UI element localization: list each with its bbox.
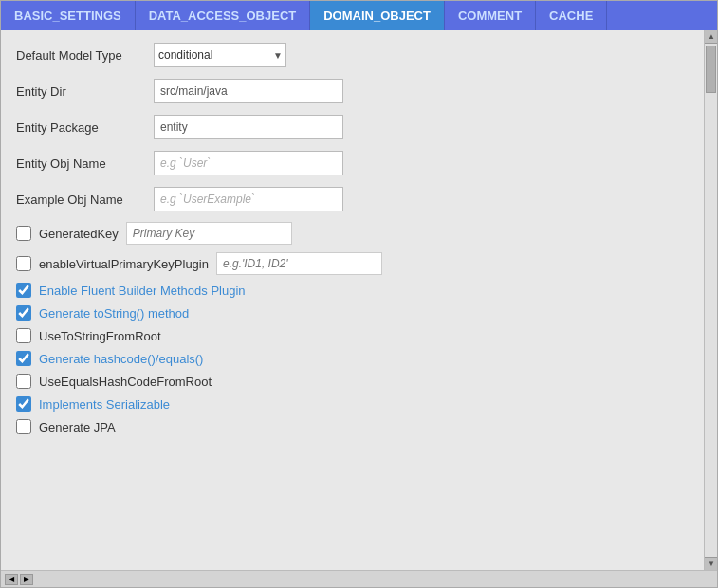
use-equals-hashcode-label[interactable]: UseEqualsHashCodeFromRoot (39, 375, 212, 389)
virtual-primary-key-checkbox[interactable] (16, 256, 31, 271)
fluent-builder-label[interactable]: Enable Fluent Builder Methods Plugin (39, 284, 246, 298)
entity-obj-name-input[interactable] (154, 151, 343, 175)
generate-jpa-checkbox[interactable] (16, 419, 31, 434)
entity-package-input[interactable] (154, 115, 343, 139)
virtual-primary-key-label[interactable]: enableVirtualPrimaryKeyPlugin (39, 257, 209, 271)
generated-key-checkbox[interactable] (16, 226, 31, 241)
example-obj-name-input[interactable] (154, 187, 343, 211)
scroll-up-button[interactable]: ▲ (705, 30, 717, 44)
entity-obj-name-row: Entity Obj Name (16, 150, 689, 176)
generated-key-input[interactable] (126, 222, 292, 245)
scroll-track (705, 44, 717, 557)
example-obj-name-label: Example Obj Name (16, 193, 154, 207)
default-model-type-wrapper: conditional flat hierarchical ▼ (154, 43, 286, 67)
generate-tostring-checkbox[interactable] (16, 305, 31, 321)
generate-hashcode-row: Generate hashcode()/equals() (16, 351, 689, 366)
implements-serializable-checkbox[interactable] (16, 396, 31, 412)
generated-key-row: GeneratedKey (16, 222, 689, 245)
entity-package-label: Entity Package (16, 120, 154, 135)
tab-bar: BASIC_SETTINGS DATA_ACCESS_OBJECT DOMAIN… (1, 1, 717, 30)
example-obj-name-row: Example Obj Name (16, 186, 689, 212)
fluent-builder-row: Enable Fluent Builder Methods Plugin (16, 283, 689, 298)
implements-serializable-row: Implements Serializable (16, 396, 689, 412)
generate-jpa-row: Generate JPA (16, 419, 689, 434)
scroll-down-button[interactable]: ▼ (705, 557, 717, 570)
generate-hashcode-checkbox[interactable] (16, 351, 31, 366)
bottom-strip-btn-right[interactable]: ▶ (20, 574, 33, 585)
virtual-primary-key-input[interactable] (216, 252, 382, 275)
entity-package-row: Entity Package (16, 114, 689, 140)
generate-jpa-label[interactable]: Generate JPA (39, 420, 116, 434)
bottom-strip: ◀ ▶ (1, 570, 717, 587)
use-tostring-root-checkbox[interactable] (16, 328, 31, 343)
scrollbar: ▲ ▼ (704, 30, 717, 570)
default-model-type-row: Default Model Type conditional flat hier… (16, 42, 689, 68)
generate-tostring-row: Generate toString() method (16, 305, 689, 321)
generate-tostring-label[interactable]: Generate toString() method (39, 306, 189, 321)
entity-dir-input[interactable] (154, 79, 343, 103)
use-equals-hashcode-checkbox[interactable] (16, 374, 31, 389)
content-scroll[interactable]: Default Model Type conditional flat hier… (1, 30, 704, 570)
generate-hashcode-label[interactable]: Generate hashcode()/equals() (39, 352, 203, 366)
tab-domain-object[interactable]: DOMAIN_OBJECT (310, 1, 445, 30)
use-tostring-root-label[interactable]: UseToStringFromRoot (39, 329, 161, 343)
main-container: BASIC_SETTINGS DATA_ACCESS_OBJECT DOMAIN… (0, 0, 718, 588)
entity-dir-row: Entity Dir (16, 78, 689, 104)
tab-comment[interactable]: COMMENT (445, 1, 536, 30)
tab-cache[interactable]: CACHE (536, 1, 607, 30)
tab-basic-settings[interactable]: BASIC_SETTINGS (1, 1, 136, 30)
virtual-primary-key-row: enableVirtualPrimaryKeyPlugin (16, 252, 689, 275)
content-area: Default Model Type conditional flat hier… (1, 30, 717, 570)
entity-obj-name-label: Entity Obj Name (16, 156, 154, 171)
default-model-type-label: Default Model Type (16, 48, 154, 63)
implements-serializable-label[interactable]: Implements Serializable (39, 397, 170, 412)
generated-key-label[interactable]: GeneratedKey (39, 227, 119, 241)
use-tostring-root-row: UseToStringFromRoot (16, 328, 689, 343)
use-equals-hashcode-row: UseEqualsHashCodeFromRoot (16, 374, 689, 389)
default-model-type-select[interactable]: conditional flat hierarchical (154, 43, 286, 67)
entity-dir-label: Entity Dir (16, 84, 154, 99)
scroll-thumb[interactable] (706, 46, 716, 93)
bottom-strip-btn-left[interactable]: ◀ (5, 574, 18, 585)
fluent-builder-checkbox[interactable] (16, 283, 31, 298)
tab-data-access-object[interactable]: DATA_ACCESS_OBJECT (136, 1, 311, 30)
